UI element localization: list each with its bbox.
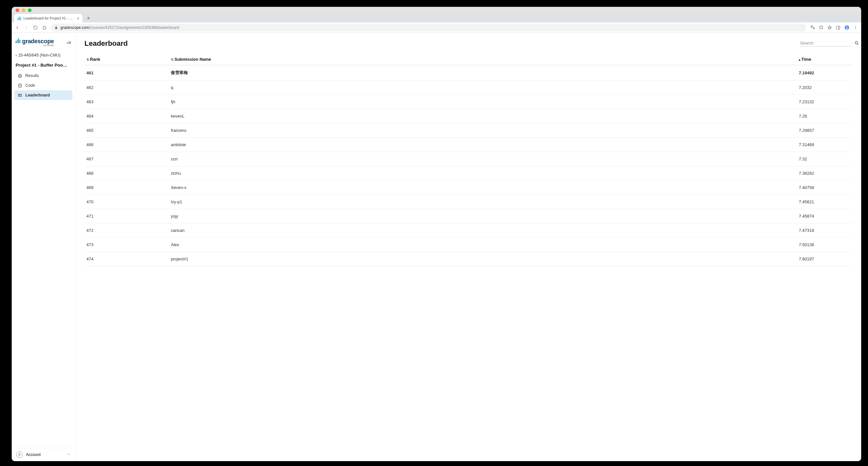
cell-name: ccrr [169, 152, 487, 166]
cell-rank: 466 [85, 138, 169, 152]
table-row[interactable]: 466antidote7.31469 [85, 138, 487, 152]
table-row[interactable]: 464kevenL7.26 [85, 109, 487, 123]
main-area: Leaderboard ⇅Rank ⇅Submission Name [75, 33, 487, 264]
table-row[interactable]: 461傲雪寒梅7.19492 [85, 65, 487, 81]
cell-name: ztzhu [169, 166, 487, 181]
browser-tab[interactable]: Leaderboard for Project #1 - B… × [14, 14, 83, 22]
gradescope-favicon-icon [18, 16, 22, 20]
cell-rank: 474 [85, 252, 169, 264]
cell-rank: 470 [85, 195, 169, 209]
address-bar: gradescope.com/courses/425272/assignment… [12, 22, 487, 33]
sidebar-item-label: Code [25, 83, 35, 88]
cell-name: franzero [169, 123, 487, 138]
sidebar: gradescope by Turnitin ‹≡ 15-445/645 (No… [12, 33, 75, 264]
cell-name: Alex [169, 238, 487, 252]
back-button[interactable] [15, 25, 20, 30]
column-header-name[interactable]: ⇅Submission Name [169, 54, 487, 65]
cell-rank: 471 [85, 209, 169, 223]
window-title-bar [12, 7, 487, 13]
url-path: /courses/425272/assignments/2305366/lead… [89, 25, 179, 30]
table-row[interactable]: 462q7.2032 [85, 81, 487, 95]
course-breadcrumb[interactable]: 15-445/645 (Non-CMU) [12, 49, 75, 59]
cell-rank: 468 [85, 166, 169, 181]
main-header: Leaderboard [85, 39, 487, 48]
new-tab-button[interactable]: + [85, 14, 92, 22]
cell-name: fjh [169, 95, 487, 109]
reload-button[interactable] [33, 25, 38, 30]
cell-rank: 461 [85, 65, 169, 81]
cell-name: Seven-s [169, 181, 487, 195]
bars-icon [16, 38, 21, 44]
table-row[interactable]: 465franzero7.29857 [85, 123, 487, 138]
cell-name: antidote [169, 138, 487, 152]
cell-name: 傲雪寒梅 [169, 65, 487, 81]
cell-name: ysjy [169, 209, 487, 223]
collapse-sidebar-button[interactable]: ‹≡ [67, 40, 71, 45]
page-content: gradescope by Turnitin ‹≡ 15-445/645 (No… [12, 33, 487, 264]
table-row[interactable]: 473Alex7.50138 [85, 238, 487, 252]
svg-rect-17 [18, 94, 22, 96]
breadcrumb-label: 15-445/645 (Non-CMU) [18, 53, 61, 58]
forward-button[interactable] [24, 25, 29, 30]
column-label: Submission Name [175, 57, 211, 62]
table-row[interactable]: 463fjh7.23132 [85, 95, 487, 109]
table-row[interactable]: 474project#17.60197 [85, 252, 487, 264]
page-title: Leaderboard [85, 39, 128, 48]
sidebar-header: gradescope by Turnitin ‹≡ [12, 33, 75, 49]
table-row[interactable]: 468ztzhu7.38282 [85, 166, 487, 181]
browser-window: Leaderboard for Project #1 - B… × + grad… [12, 7, 487, 264]
cell-name: project#1 [169, 252, 487, 264]
cell-name: q [169, 81, 487, 95]
svg-rect-12 [17, 40, 18, 43]
cell-rank: 469 [85, 181, 169, 195]
svg-rect-1 [19, 17, 19, 20]
sort-icon: ⇅ [171, 58, 174, 61]
logo-byline: by Turnitin [22, 44, 54, 46]
checkmark-icon [18, 74, 22, 78]
logo-text: gradescope [22, 38, 54, 44]
svg-rect-11 [16, 41, 17, 43]
url-bar[interactable]: gradescope.com/courses/425272/assignment… [51, 24, 487, 31]
cell-rank: 473 [85, 238, 169, 252]
cell-rank: 467 [85, 152, 169, 166]
lock-icon [55, 26, 58, 30]
sidebar-menu: Results Code Leaderboard [12, 71, 75, 100]
minimize-window-button[interactable] [22, 8, 25, 12]
svg-rect-14 [20, 40, 21, 43]
tab-title: Leaderboard for Project #1 - B… [23, 16, 75, 20]
tab-bar: Leaderboard for Project #1 - B… × + [12, 13, 487, 22]
cell-rank: 465 [85, 123, 169, 138]
table-icon [18, 93, 22, 97]
url-text: gradescope.com/courses/425272/assignment… [60, 25, 179, 30]
svg-rect-2 [20, 16, 20, 20]
table-row[interactable]: 469Seven-s7.40758 [85, 181, 487, 195]
sidebar-item-label: Results [25, 73, 39, 78]
assignment-title: Project #1 - Buffer Poo… [12, 59, 75, 71]
sidebar-item-results[interactable]: Results [14, 71, 72, 81]
window-controls [16, 8, 32, 12]
column-header-rank[interactable]: ⇅Rank [85, 54, 169, 65]
sidebar-item-code[interactable]: Code [14, 81, 72, 90]
cell-rank: 472 [85, 223, 169, 238]
close-tab-icon[interactable]: × [77, 16, 79, 21]
home-button[interactable] [42, 25, 47, 30]
table-row[interactable]: 471ysjy7.45874 [85, 209, 487, 223]
sidebar-item-leaderboard[interactable]: Leaderboard [14, 90, 72, 100]
table-row[interactable]: 467ccrr7.32 [85, 152, 487, 166]
close-window-button[interactable] [16, 8, 19, 12]
svg-rect-3 [21, 18, 21, 20]
maximize-window-button[interactable] [28, 8, 32, 12]
sidebar-item-label: Leaderboard [25, 93, 50, 97]
cell-name: cancan [169, 223, 487, 238]
url-domain: gradescope.com [60, 25, 89, 30]
svg-rect-0 [18, 18, 18, 20]
sort-icon: ⇅ [86, 58, 89, 61]
gradescope-logo[interactable]: gradescope by Turnitin [16, 38, 54, 46]
table-row[interactable]: 472cancan7.47319 [85, 223, 487, 238]
table-row[interactable]: 470lzy-p17.45621 [85, 195, 487, 209]
nav-buttons [15, 25, 47, 30]
code-icon [18, 84, 22, 88]
cell-rank: 464 [85, 109, 169, 123]
column-label: Rank [90, 57, 100, 62]
table-header-row: ⇅Rank ⇅Submission Name ▴Time [85, 54, 487, 65]
